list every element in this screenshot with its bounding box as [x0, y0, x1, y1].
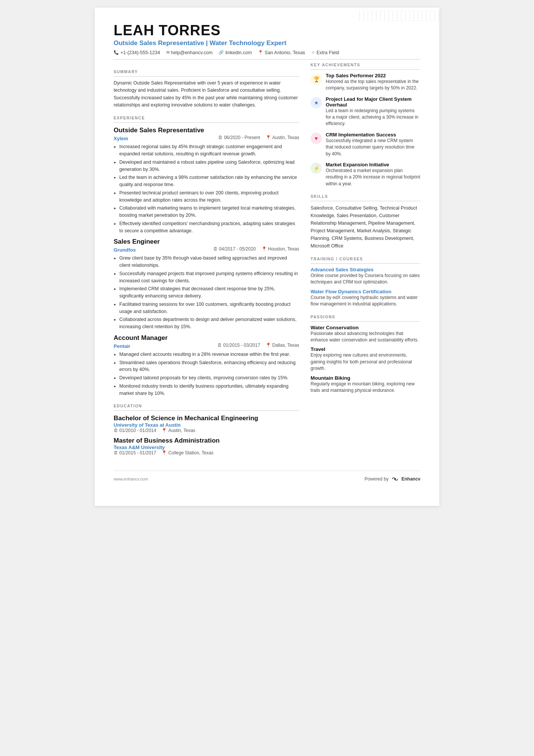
trophy-icon: 🏆 — [313, 76, 320, 82]
job-3-bullets: Managed client accounts resulting in a 2… — [114, 351, 299, 397]
training-divider — [311, 263, 420, 264]
achievement-2-desc: Led a team in redesigning pumping system… — [326, 108, 420, 127]
calendar-icon: 🗓 — [114, 450, 118, 455]
decorative-dot — [367, 20, 368, 21]
star-icon: ★ — [314, 100, 319, 106]
decorative-dot — [405, 20, 406, 21]
decorative-dot — [438, 20, 439, 21]
decorative-dot — [413, 15, 414, 16]
decorative-dot — [434, 20, 435, 21]
degree-1-school: University of Texas at Austin — [114, 422, 299, 428]
job-1-location: 📍 Austin, Texas — [265, 135, 299, 140]
decorative-dot — [376, 20, 377, 21]
decorative-dot — [413, 20, 414, 21]
bullet-item: Implemented CRM strategies that decrease… — [119, 285, 299, 300]
decorative-dot — [359, 15, 360, 16]
decorative-dot — [359, 11, 360, 12]
bolt-icon-wrap: ⚡ — [311, 163, 322, 174]
decorative-dot — [363, 11, 364, 12]
achievement-3: ♥ CRM Implementation Success Successfull… — [311, 132, 420, 157]
passion-3-desc: Regularly engage in mountain biking, exp… — [311, 381, 420, 394]
achievement-2: ★ Project Lead for Major Client System O… — [311, 96, 420, 127]
bullet-item: Grew client base by 35% through value-ba… — [119, 255, 299, 269]
decorative-dot — [372, 13, 373, 14]
achievement-4: ⚡ Market Expansion Initiative Orchestrat… — [311, 162, 420, 187]
decorative-dot — [434, 13, 435, 14]
training-label: TRAINING / COURSES — [311, 257, 420, 261]
powered-by-text: Powered by — [365, 476, 389, 482]
bullet-item: Collaborated with marketing teams to imp… — [119, 205, 299, 219]
decorative-dot — [376, 11, 377, 12]
decorative-dot — [413, 13, 414, 14]
decorative-dot — [438, 11, 439, 12]
decorative-dot — [392, 15, 393, 16]
header-divider — [114, 59, 420, 59]
job-2-details: 🗓 04/2017 - 05/2020 📍 Houston, Texas — [213, 246, 299, 252]
decorative-dot — [388, 20, 389, 21]
education-divider — [114, 410, 299, 411]
bullet-item: Developed and maintained a robust sales … — [119, 159, 299, 173]
decorative-dot — [409, 11, 410, 12]
decorative-dot — [426, 15, 427, 16]
summary-section: SUMMARY Dynamic Outside Sales Representa… — [114, 69, 299, 109]
passion-2-title: Travel — [311, 346, 420, 352]
skills-divider — [311, 201, 420, 201]
linkedin-icon: 🔗 — [219, 50, 224, 55]
decorative-dot — [417, 13, 418, 14]
bullet-item: Managed client accounts resulting in a 2… — [119, 351, 299, 358]
bullet-item: Successfully managed projects that impro… — [119, 270, 299, 285]
decorative-dot — [417, 11, 418, 12]
decorative-dot — [359, 13, 360, 14]
decorative-dot — [397, 15, 398, 16]
job-1: Outside Sales Representative Xylem 🗓 06/… — [114, 127, 299, 234]
experience-section: EXPERIENCE Outside Sales Representative … — [114, 116, 299, 397]
achievement-3-desc: Successfully integrated a new CRM system… — [326, 138, 420, 157]
job-1-title: Outside Sales Representative — [114, 127, 299, 134]
course-1-title: Advanced Sales Strategies — [311, 267, 420, 272]
degree-2-title: Master of Business Administration — [114, 437, 299, 445]
job-3: Account Manager Pentair 🗓 01/2015 - 03/2… — [114, 334, 299, 397]
decorative-dot — [392, 13, 393, 14]
decorative-dot — [384, 13, 385, 14]
skills-section: SKILLS Salesforce, Consultative Selling,… — [311, 194, 420, 250]
degree-2-meta: 🗓 01/2015 - 01/2017 📍 College Station, T… — [114, 450, 299, 455]
decorative-dot — [426, 20, 427, 21]
achievement-2-content: Project Lead for Major Client System Ove… — [326, 96, 420, 127]
decorative-dot — [401, 17, 402, 19]
degree-1-date: 🗓 01/2010 - 01/2014 — [114, 428, 156, 433]
skills-text: Salesforce, Consultative Selling, Techni… — [311, 204, 420, 250]
decorative-dot — [388, 17, 389, 19]
decorative-dot — [363, 13, 364, 14]
decorative-dot — [426, 17, 427, 19]
job-2: Sales Engineer Grundfos 🗓 04/2017 - 05/2… — [114, 238, 299, 330]
decorative-dot — [384, 17, 385, 19]
achievement-1-content: Top Sales Performer 2022 Honored as the … — [326, 73, 420, 92]
enhancv-logo-icon — [391, 475, 399, 483]
bullet-item: Led the team in achieving a 98% customer… — [119, 174, 299, 188]
degree-1-title: Bachelor of Science in Mechanical Engine… — [114, 415, 299, 422]
decorative-dot — [367, 13, 368, 14]
achievement-1-title: Top Sales Performer 2022 — [326, 73, 420, 78]
decorative-dot — [422, 17, 423, 19]
contact-extra: ☆ Extra Field — [311, 50, 339, 55]
job-2-bullets: Grew client base by 35% through value-ba… — [114, 255, 299, 330]
job-1-company: Xylem — [114, 136, 128, 141]
pin-icon: 📍 — [161, 428, 167, 433]
course-2-desc: Course by edX covering hydraulic systems… — [311, 294, 420, 308]
decorative-dot — [438, 17, 439, 19]
footer-website: www.enhancv.com — [114, 477, 148, 481]
candidate-name: LEAH TORRES — [114, 23, 420, 39]
degree-2-location: 📍 College Station, Texas — [161, 450, 213, 455]
bullet-item: Collaborated across departments to desig… — [119, 316, 299, 330]
decorative-dot — [401, 20, 402, 21]
decorative-dot — [401, 13, 402, 14]
decorative-dot — [367, 17, 368, 19]
bullet-item: Facilitated training sessions for over 1… — [119, 301, 299, 315]
degree-1: Bachelor of Science in Mechanical Engine… — [114, 415, 299, 433]
star-icon: ☆ — [311, 50, 315, 55]
decorative-dot — [372, 17, 373, 19]
calendar-icon: 🗓 — [218, 135, 223, 140]
course-2-title: Water Flow Dynamics Certification — [311, 289, 420, 294]
decorative-dot — [434, 11, 435, 12]
decorative-dot — [397, 11, 398, 12]
